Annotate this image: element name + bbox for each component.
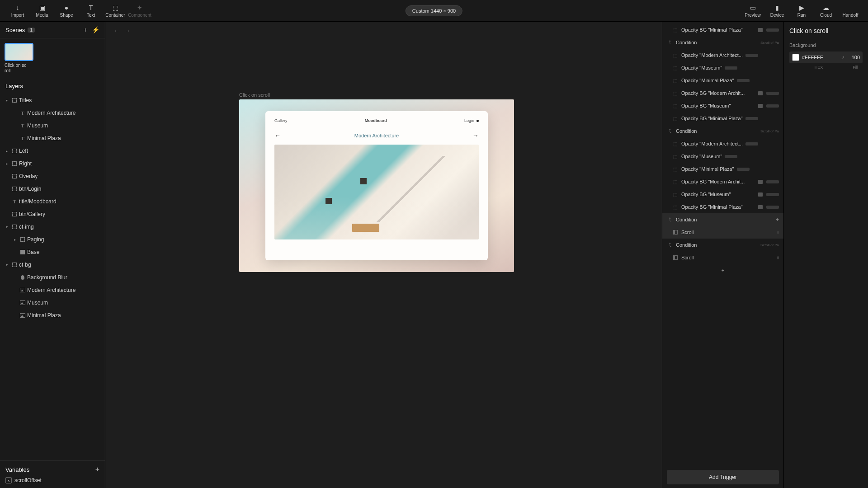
layer-row[interactable]: TMinimal Plaza [0,132,105,145]
import-tool[interactable]: ↓Import [5,0,30,21]
nav-back-icon[interactable]: ← [113,27,120,34]
preview-tool[interactable]: ▭Preview [741,0,765,21]
action-row[interactable]: Opacity "Museum" [662,61,783,74]
login-label: Login [464,118,474,123]
layer-row[interactable]: ▾Titles [0,94,105,107]
layer-row[interactable]: Base [0,246,105,258]
tool-label: Run [797,13,806,18]
component-tool[interactable]: ✦Component [127,0,152,21]
action-row[interactable]: Opacity "Modern Architect... [662,49,783,61]
artboard[interactable]: Gallery Moodboard Login ← Modern Archite… [239,99,514,272]
condition-row[interactable]: Condition+ [662,213,783,226]
check-icon [672,141,679,147]
action-row[interactable]: Opacity BG "Minimal Plaza" [662,112,783,125]
mini-bar-icon [725,155,737,158]
scenes-header: Scenes 1 + ⚡ [0,22,105,38]
handoff-tool[interactable]: Handoff [838,0,863,21]
layer-row[interactable]: ▸Right [0,157,105,170]
layer-row[interactable]: Ttitle/Moodboard [0,195,105,208]
opacity-value[interactable]: 100 [847,55,860,60]
variable-icon: x [5,477,12,483]
tool-label: Preview [745,13,761,18]
action-row[interactable]: Opacity "Minimal Plaza" [662,163,783,175]
action-label: Opacity BG "Museum" [681,103,731,108]
text-tool[interactable]: TText [79,0,103,21]
cloud-tool[interactable]: ☁Cloud [814,0,838,21]
action-row[interactable]: Opacity BG "Museum" [662,99,783,112]
expand-arrow-icon[interactable]: ▾ [4,99,10,103]
expand-arrow-icon[interactable]: ▾ [4,263,10,267]
nav-forward-icon[interactable]: → [124,27,131,34]
scene-bolt-icon[interactable]: ⚡ [92,26,99,33]
expand-arrow-icon[interactable]: ▸ [4,162,10,166]
background-row[interactable]: #FFFFFF ↗ 100 [789,52,863,63]
layer-row[interactable]: Overlay [0,170,105,183]
layer-row[interactable]: Background Blur [0,271,105,284]
media-icon: ▣ [38,4,46,12]
tool-group-left: ↓Import▣Media●ShapeTText⬚Container✦Compo… [5,0,152,21]
prev-arrow-icon[interactable]: ← [274,132,281,139]
action-row[interactable]: Opacity "Minimal Plaza" [662,74,783,87]
action-row[interactable]: Opacity BG "Modern Archit... [662,175,783,188]
next-arrow-icon[interactable]: → [472,132,479,139]
variables-section: Variables + x scrollOffset [0,460,105,488]
canvas-area[interactable]: ← → Click on scroll Gallery Moodboard Lo… [105,22,662,488]
variable-row[interactable]: x scrollOffset [5,477,99,483]
action-row[interactable]: Opacity BG "Modern Archit... [662,87,783,99]
action-label: Scroll [681,255,694,260]
action-row[interactable]: Scroll [662,226,783,239]
layer-label: Modern Architecture [27,110,75,116]
add-scene-icon[interactable]: + [84,26,87,33]
shape-tool[interactable]: ●Shape [54,0,79,21]
scene-thumb[interactable]: Click on sc roll [5,43,33,74]
link-icon[interactable]: ↗ [841,55,844,60]
action-row[interactable]: Opacity BG "Minimal Plaza" [662,23,783,36]
scene-thumb-image [5,43,33,61]
layer-row[interactable]: ▸Left [0,145,105,157]
layer-row[interactable]: btn/Gallery [0,208,105,221]
action-row[interactable]: Scroll [662,251,783,264]
add-trigger-button[interactable]: Add Trigger [667,470,779,484]
device-tool[interactable]: ▮Device [765,0,789,21]
layer-row[interactable]: TModern Architecture [0,107,105,119]
add-variable-icon[interactable]: + [95,465,99,474]
add-action-row[interactable]: + [662,264,783,277]
media-tool[interactable]: ▣Media [30,0,54,21]
layer-label: Overlay [19,173,38,179]
mini-bar-icon [745,54,758,57]
login-button[interactable]: Login [464,118,479,123]
action-row[interactable]: Opacity "Modern Architect... [662,137,783,150]
condition-row[interactable]: ConditionScroll of Pa [662,36,783,49]
condition-row[interactable]: ConditionScroll of Pa [662,125,783,137]
action-tag: Scroll of Pa [760,243,779,247]
layer-type-icon [10,161,19,166]
hex-value[interactable]: #FFFFFF [802,55,838,60]
color-swatch[interactable] [792,54,799,61]
container-tool[interactable]: ⬚Container [103,0,127,21]
layer-row[interactable]: ▸Paging [0,233,105,246]
action-row[interactable]: Opacity BG "Museum" [662,188,783,201]
layer-row[interactable]: TMuseum [0,119,105,132]
condition-row[interactable]: ConditionScroll of Pa [662,239,783,251]
layer-type-icon [10,212,19,216]
check-icon [672,77,679,84]
action-label: Opacity BG "Minimal Plaza" [681,27,743,33]
layer-row[interactable]: ▾ct-img [0,221,105,233]
action-row[interactable]: Opacity "Museum" [662,150,783,163]
layer-row[interactable]: Museum [0,296,105,309]
layer-row[interactable]: ▾ct-bg [0,258,105,271]
layer-row[interactable]: Minimal Plaza [0,309,105,322]
gallery-link[interactable]: Gallery [274,118,288,123]
layer-row[interactable]: btn/Login [0,183,105,195]
layer-row[interactable]: Modern Architecture [0,284,105,296]
artboard-label[interactable]: Click on scroll [239,92,270,98]
expand-arrow-icon[interactable]: ▸ [12,238,18,242]
canvas-size-pill[interactable]: Custom 1440 × 900 [406,5,462,16]
expand-arrow-icon[interactable]: ▸ [4,149,10,153]
layer-type-icon: T [18,110,27,116]
add-action-icon[interactable]: + [776,216,779,223]
card-title: Modern Architecture [354,133,399,138]
action-row[interactable]: Opacity BG "Minimal Plaza" [662,201,783,213]
run-tool[interactable]: ▶Run [789,0,814,21]
expand-arrow-icon[interactable]: ▾ [4,225,10,229]
